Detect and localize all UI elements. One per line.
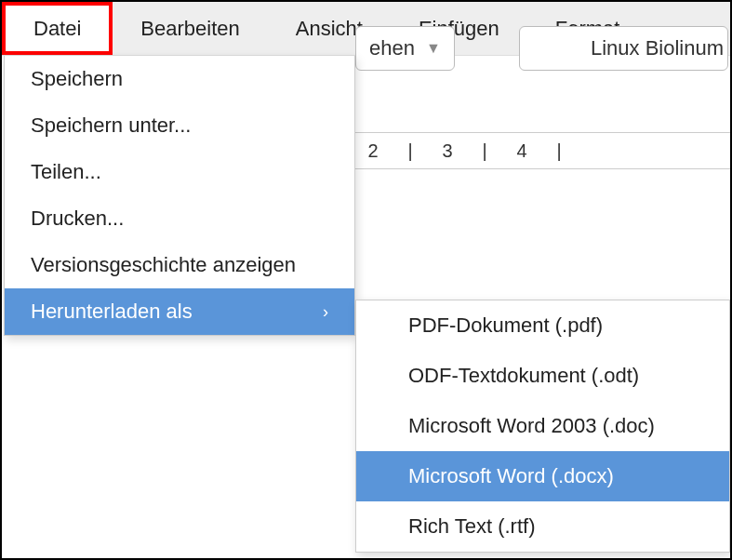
font-dropdown-text: Linux Biolinum	[591, 36, 724, 60]
menu-item-herunterladen-als[interactable]: Herunterladen als ›	[5, 288, 354, 335]
submenu-item-doc[interactable]: Microsoft Word 2003 (.doc)	[356, 401, 729, 451]
menu-item-label: Teilen...	[31, 160, 101, 184]
submenu-item-docx[interactable]: Microsoft Word (.docx)	[356, 451, 729, 501]
chevron-down-icon: ▼	[426, 40, 441, 57]
submenu-item-pdf[interactable]: PDF-Dokument (.pdf)	[356, 300, 729, 351]
submenu-item-odt[interactable]: ODF-Textdokument (.odt)	[356, 351, 729, 401]
submenu-item-label: Rich Text (.rtf)	[408, 514, 536, 539]
menu-item-speichern[interactable]: Speichern	[5, 56, 354, 102]
submenu-item-label: Microsoft Word (.docx)	[408, 464, 614, 488]
menu-item-teilen[interactable]: Teilen...	[5, 149, 354, 195]
ruler-mark: 4	[504, 140, 541, 162]
ruler-mark: 2	[355, 140, 393, 162]
ruler-tick: |	[393, 140, 430, 162]
submenu-item-label: PDF-Dokument (.pdf)	[408, 313, 603, 338]
menu-item-label: Versionsgeschichte anzeigen	[31, 253, 296, 277]
menu-item-label: Speichern	[31, 67, 123, 91]
download-as-submenu: PDF-Dokument (.pdf) ODF-Textdokument (.o…	[355, 300, 730, 553]
ruler: 2 | 3 | 4 |	[355, 132, 730, 169]
menu-item-drucken[interactable]: Drucken...	[5, 195, 354, 242]
menu-item-label: Speichern unter...	[31, 113, 191, 138]
menu-item-label: Herunterladen als	[31, 300, 193, 324]
submenu-item-label: Microsoft Word 2003 (.doc)	[408, 414, 655, 438]
file-dropdown-menu: Speichern Speichern unter... Teilen... D…	[4, 56, 355, 336]
submenu-item-label: ODF-Textdokument (.odt)	[408, 364, 639, 388]
font-dropdown[interactable]: Linux Biolinum	[519, 26, 728, 71]
submenu-item-rtf[interactable]: Rich Text (.rtf)	[356, 501, 729, 552]
style-dropdown[interactable]: ehen ▼	[355, 26, 455, 71]
menu-item-versionsgeschichte[interactable]: Versionsgeschichte anzeigen	[5, 242, 354, 288]
chevron-right-icon: ›	[323, 302, 328, 322]
ruler-tick: |	[541, 140, 579, 162]
menu-datei[interactable]: Datei	[2, 2, 113, 55]
ruler-tick: |	[467, 140, 504, 162]
ruler-mark: 3	[430, 140, 467, 162]
menu-item-label: Drucken...	[31, 207, 124, 231]
menu-bearbeiten[interactable]: Bearbeiten	[113, 2, 267, 55]
style-dropdown-text: ehen	[369, 36, 415, 60]
menu-item-speichern-unter[interactable]: Speichern unter...	[5, 102, 354, 149]
